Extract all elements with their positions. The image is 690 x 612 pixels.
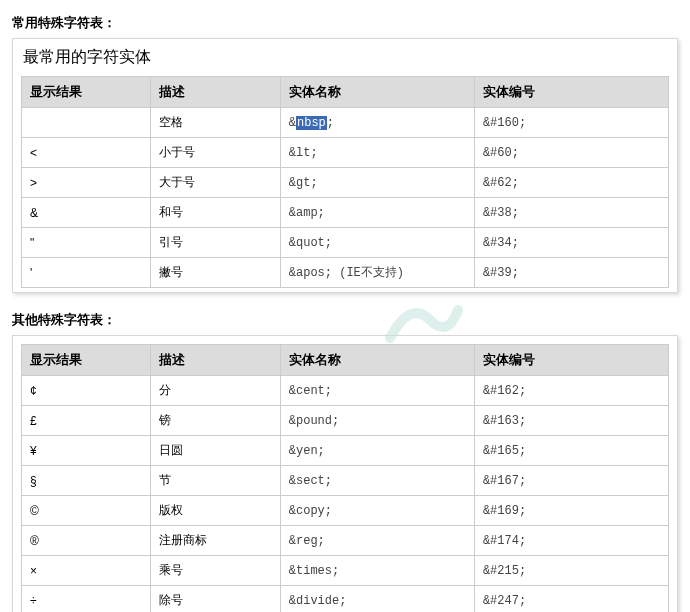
table-row: 空格 &nbsp; &#160; [22, 108, 669, 138]
section2-heading: 其他特殊字符表： [12, 311, 678, 329]
table-row: £ 镑 &pound; &#163; [22, 406, 669, 436]
cell-desc: 空格 [151, 108, 280, 138]
cell-desc: 和号 [151, 198, 280, 228]
entity-suffix: ; [327, 116, 334, 130]
cell-name: &pound; [280, 406, 474, 436]
cell-display: ® [22, 526, 151, 556]
cell-name: &reg; [280, 526, 474, 556]
table-row: © 版权 &copy; &#169; [22, 496, 669, 526]
table-row: ÷ 除号 &divide; &#247; [22, 586, 669, 613]
cell-number: &#162; [474, 376, 668, 406]
cell-display: £ [22, 406, 151, 436]
card-title: 最常用的字符实体 [23, 47, 669, 68]
cell-desc: 版权 [151, 496, 280, 526]
th-desc: 描述 [151, 77, 280, 108]
cell-number: &#247; [474, 586, 668, 613]
cell-number: &#169; [474, 496, 668, 526]
cell-name: &yen; [280, 436, 474, 466]
th-name: 实体名称 [280, 77, 474, 108]
cell-name: &sect; [280, 466, 474, 496]
cell-name: &times; [280, 556, 474, 586]
table-row: " 引号 &quot; &#34; [22, 228, 669, 258]
th-display: 显示结果 [22, 77, 151, 108]
cell-name: &divide; [280, 586, 474, 613]
cell-desc: 节 [151, 466, 280, 496]
cell-number: &#34; [474, 228, 668, 258]
cell-display [22, 108, 151, 138]
cell-display: ' [22, 258, 151, 288]
cell-desc: 小于号 [151, 138, 280, 168]
cell-desc: 乘号 [151, 556, 280, 586]
cell-name: &cent; [280, 376, 474, 406]
th-name: 实体名称 [280, 345, 474, 376]
cell-number: &#62; [474, 168, 668, 198]
th-display: 显示结果 [22, 345, 151, 376]
cell-number: &#160; [474, 108, 668, 138]
cell-display: < [22, 138, 151, 168]
table-row: < 小于号 &lt; &#60; [22, 138, 669, 168]
cell-desc: 除号 [151, 586, 280, 613]
cell-name: &quot; [280, 228, 474, 258]
cell-number: &#38; [474, 198, 668, 228]
table-row: & 和号 &amp; &#38; [22, 198, 669, 228]
table-row: ¥ 日圆 &yen; &#165; [22, 436, 669, 466]
table-row: ® 注册商标 &reg; &#174; [22, 526, 669, 556]
table-header-row: 显示结果 描述 实体名称 实体编号 [22, 77, 669, 108]
cell-desc: 引号 [151, 228, 280, 258]
cell-display: © [22, 496, 151, 526]
cell-desc: 日圆 [151, 436, 280, 466]
cell-desc: 分 [151, 376, 280, 406]
cell-display: & [22, 198, 151, 228]
card-common-entities: 最常用的字符实体 显示结果 描述 实体名称 实体编号 空格 &nbsp; &#1… [12, 38, 678, 293]
cell-display: × [22, 556, 151, 586]
section1-heading: 常用特殊字符表： [12, 14, 678, 32]
cell-display: ¢ [22, 376, 151, 406]
cell-number: &#215; [474, 556, 668, 586]
cell-name: &lt; [280, 138, 474, 168]
cell-number: &#165; [474, 436, 668, 466]
cell-display: ÷ [22, 586, 151, 613]
cell-desc: 镑 [151, 406, 280, 436]
highlighted-text: nbsp [296, 116, 327, 130]
entity-prefix: & [289, 116, 296, 130]
table-row: > 大于号 &gt; &#62; [22, 168, 669, 198]
cell-desc: 大于号 [151, 168, 280, 198]
cell-number: &#167; [474, 466, 668, 496]
table-common-entities: 显示结果 描述 实体名称 实体编号 空格 &nbsp; &#160; < 小于号… [21, 76, 669, 288]
table-header-row: 显示结果 描述 实体名称 实体编号 [22, 345, 669, 376]
cell-name: &amp; [280, 198, 474, 228]
cell-display: ¥ [22, 436, 151, 466]
table-row: ¢ 分 &cent; &#162; [22, 376, 669, 406]
cell-name: &nbsp; [280, 108, 474, 138]
table-other-entities: 显示结果 描述 实体名称 实体编号 ¢ 分 &cent; &#162; £ 镑 … [21, 344, 669, 612]
cell-number: &#163; [474, 406, 668, 436]
table-row: § 节 &sect; &#167; [22, 466, 669, 496]
th-number: 实体编号 [474, 77, 668, 108]
cell-number: &#39; [474, 258, 668, 288]
table-row: ' 撇号 &apos; (IE不支持) &#39; [22, 258, 669, 288]
cell-number: &#174; [474, 526, 668, 556]
cell-display: § [22, 466, 151, 496]
cell-number: &#60; [474, 138, 668, 168]
table-row: × 乘号 &times; &#215; [22, 556, 669, 586]
cell-name: &gt; [280, 168, 474, 198]
th-desc: 描述 [151, 345, 280, 376]
cell-desc: 注册商标 [151, 526, 280, 556]
th-number: 实体编号 [474, 345, 668, 376]
cell-display: > [22, 168, 151, 198]
cell-name: &copy; [280, 496, 474, 526]
cell-name: &apos; (IE不支持) [280, 258, 474, 288]
cell-display: " [22, 228, 151, 258]
card-other-entities: 显示结果 描述 实体名称 实体编号 ¢ 分 &cent; &#162; £ 镑 … [12, 335, 678, 612]
cell-desc: 撇号 [151, 258, 280, 288]
